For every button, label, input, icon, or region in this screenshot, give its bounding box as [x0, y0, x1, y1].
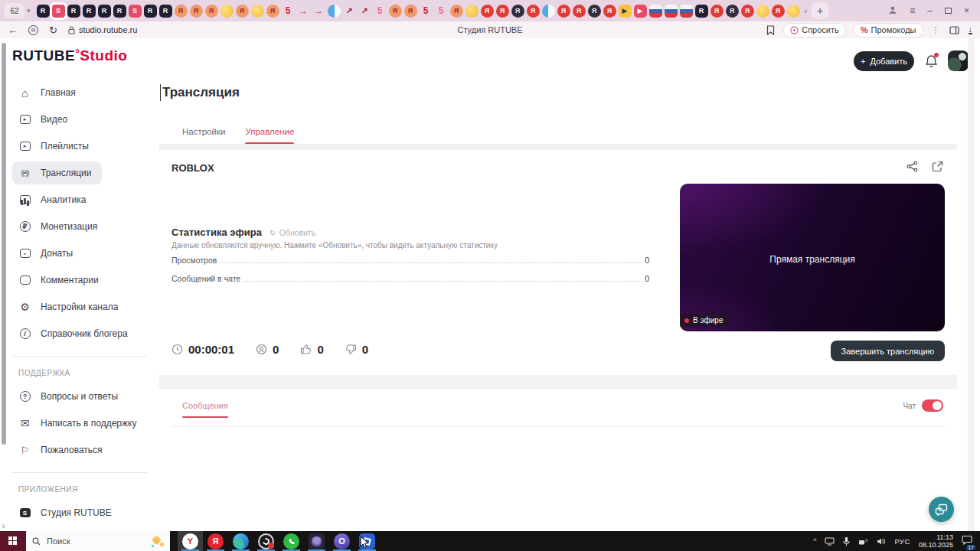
- browser-tab[interactable]: Я: [527, 5, 540, 18]
- taskbar-app-opera[interactable]: O: [329, 531, 354, 551]
- new-tab-button[interactable]: +: [812, 2, 828, 19]
- sidebar-item-broadcast[interactable]: ((•))Трансляции: [12, 161, 102, 184]
- close-button[interactable]: ×: [964, 5, 969, 16]
- browser-tab[interactable]: Я: [772, 5, 785, 18]
- likes-counter[interactable]: 0: [300, 343, 323, 356]
- support-chat-button[interactable]: [929, 497, 954, 522]
- dislikes-counter[interactable]: 0: [345, 343, 368, 356]
- minimize-button[interactable]: –: [927, 5, 933, 16]
- sidebar-item-mail[interactable]: ✉Написать в поддержку: [12, 412, 147, 435]
- browser-tab[interactable]: 5: [435, 5, 448, 18]
- scroll-down-icon[interactable]: ∨: [0, 523, 7, 530]
- taskbar-app-edge[interactable]: [228, 531, 253, 551]
- tray-app-icon[interactable]: [825, 537, 835, 546]
- tab-counter[interactable]: 62: [5, 3, 24, 18]
- browser-tab[interactable]: Я: [266, 5, 279, 18]
- sidebar-panel-icon[interactable]: [949, 26, 959, 34]
- browser-tab[interactable]: Я: [481, 5, 494, 18]
- browser-tab[interactable]: R: [98, 5, 111, 18]
- browser-tab[interactable]: R: [695, 5, 708, 18]
- browser-tab[interactable]: [542, 5, 555, 18]
- network-icon[interactable]: [858, 537, 868, 546]
- sidebar-item-analytics[interactable]: Аналитика: [12, 188, 96, 211]
- tabs-overflow-icon[interactable]: ›: [805, 6, 808, 15]
- browser-tab[interactable]: S: [52, 5, 65, 18]
- avatar[interactable]: [948, 51, 969, 71]
- notifications-bell-icon[interactable]: [925, 54, 939, 68]
- sidebar-item-donate[interactable]: ▪Донаты: [12, 242, 83, 265]
- tray-expand-icon[interactable]: ^: [813, 537, 816, 545]
- browser-tab[interactable]: [220, 5, 234, 18]
- browser-tab[interactable]: Я: [496, 5, 509, 18]
- taskbar-app-yandex[interactable]: Я: [203, 531, 228, 551]
- taskbar-search[interactable]: Поиск: [26, 531, 170, 551]
- browser-tab[interactable]: [787, 5, 800, 18]
- browser-tab[interactable]: [756, 5, 769, 18]
- page-scrollbar[interactable]: [968, 38, 975, 531]
- end-stream-button[interactable]: Завершить трансляцию: [831, 341, 945, 361]
- browser-tab[interactable]: →: [312, 5, 325, 18]
- browser-tab[interactable]: R: [83, 5, 96, 18]
- sidebar-item-video[interactable]: ▸Видео: [12, 108, 78, 131]
- action-center-icon[interactable]: 17: [962, 534, 972, 548]
- tab-counter-chevron-icon[interactable]: ▾: [27, 7, 31, 15]
- yandex-search-icon[interactable]: Я: [28, 25, 38, 35]
- browser-tab[interactable]: [466, 5, 479, 18]
- browser-tab[interactable]: Я: [573, 5, 586, 18]
- browser-menu-icon[interactable]: ≡: [910, 5, 915, 16]
- rutube-studio-logo[interactable]: RUTUBE°Studio: [12, 47, 127, 64]
- browser-tab[interactable]: [680, 5, 693, 18]
- start-button[interactable]: [0, 531, 26, 551]
- browser-tab[interactable]: 5: [420, 5, 433, 18]
- taskbar-clock[interactable]: 11:1308.10.2025: [919, 533, 953, 549]
- taskbar-app-yandex-browser[interactable]: Y: [178, 531, 203, 551]
- browser-tab[interactable]: Я: [557, 5, 570, 18]
- browser-tab[interactable]: 5: [374, 5, 387, 18]
- sidebar-item-home[interactable]: ⌂Главная: [12, 81, 87, 104]
- browser-tab[interactable]: [665, 5, 678, 18]
- browser-tab[interactable]: Я: [710, 5, 724, 18]
- browser-tab[interactable]: Я: [588, 5, 601, 18]
- browser-tab[interactable]: →: [297, 5, 310, 18]
- browser-tab[interactable]: R: [159, 5, 172, 18]
- microphone-icon[interactable]: [843, 536, 850, 546]
- browser-tab[interactable]: S: [129, 5, 142, 18]
- taskbar-app-whatsapp[interactable]: [279, 531, 304, 551]
- browser-tab[interactable]: [649, 5, 662, 18]
- tab-active[interactable]: Управление: [245, 127, 294, 144]
- refresh-icon[interactable]: ↻: [49, 24, 57, 36]
- profile-icon[interactable]: [888, 5, 897, 17]
- language-indicator[interactable]: РУС: [894, 537, 910, 546]
- refresh-stats-button[interactable]: ↻Обновить: [270, 228, 315, 237]
- sidebar-item-gear[interactable]: ⚙Настройки канала: [12, 295, 129, 318]
- stream-preview[interactable]: Прямая трансляция В эфире: [680, 184, 945, 331]
- browser-tab[interactable]: Я: [726, 5, 739, 18]
- chat-toggle-switch[interactable]: [922, 399, 943, 412]
- browser-tab[interactable]: [328, 5, 341, 18]
- sidebar-item-comments[interactable]: ‥Комментарии: [12, 269, 109, 292]
- browser-tab[interactable]: Я: [175, 5, 188, 18]
- add-button[interactable]: +Добавить: [854, 51, 914, 71]
- browser-tab[interactable]: Я: [511, 5, 524, 18]
- promocodes-button[interactable]: % Промокоды: [854, 24, 923, 37]
- taskbar-app-obs[interactable]: [253, 531, 279, 551]
- sidebar-item-info[interactable]: iСправочник блогера: [12, 322, 139, 345]
- ask-button[interactable]: Спросить: [784, 24, 845, 37]
- share-icon[interactable]: [906, 161, 918, 172]
- browser-tab[interactable]: ▶: [634, 5, 647, 18]
- browser-tab[interactable]: ▶: [619, 5, 632, 18]
- browser-tab[interactable]: ↗: [358, 5, 371, 18]
- scrollbar-thumb[interactable]: [2, 43, 6, 445]
- browser-tab[interactable]: Я: [603, 5, 616, 18]
- browser-tab[interactable]: Я: [404, 5, 417, 18]
- tab-messages[interactable]: Сообщения: [182, 401, 228, 410]
- sidebar-item-playlists[interactable]: ▸Плейлисты: [12, 135, 100, 158]
- external-link-icon[interactable]: [932, 161, 943, 172]
- sidebar-item-question[interactable]: ?Вопросы и ответы: [12, 385, 129, 408]
- browser-tab[interactable]: R: [144, 5, 157, 18]
- browser-tab[interactable]: R: [37, 5, 50, 18]
- maximize-button[interactable]: [945, 8, 952, 14]
- browser-tab[interactable]: Я: [205, 5, 218, 18]
- sidebar-item-money[interactable]: ₽Монетизация: [12, 215, 108, 238]
- browser-tab[interactable]: R: [113, 5, 126, 18]
